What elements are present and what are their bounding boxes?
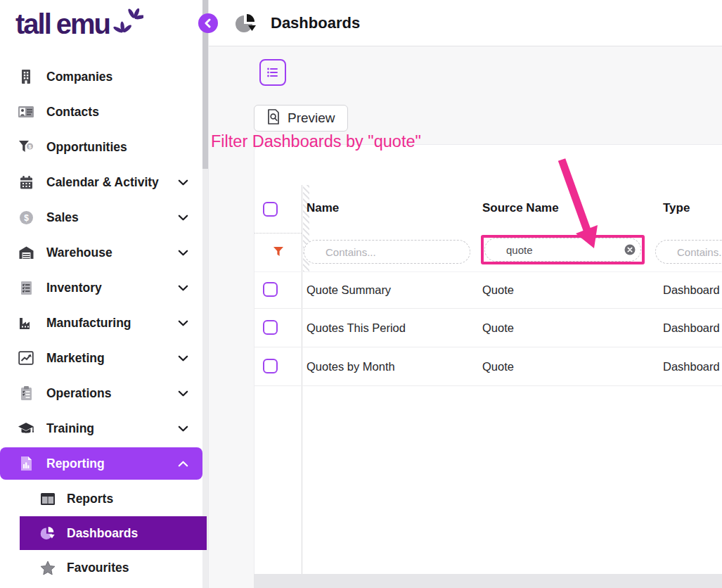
horizontal-scrollbar[interactable]: [254, 574, 722, 588]
cell-type: Dashboard: [663, 321, 720, 335]
emu-footprints-icon: [112, 8, 143, 44]
sidebar-item-marketing[interactable]: Marketing: [0, 340, 202, 376]
reports-table-icon: [39, 490, 57, 507]
chevron-down-icon[interactable]: [178, 421, 188, 436]
sidebar-item-contacts[interactable]: Contacts: [0, 94, 202, 129]
row-checkbox[interactable]: [263, 320, 278, 335]
clipboard-icon: [17, 385, 35, 402]
pie-chart-icon: [39, 525, 57, 542]
logo-text: tallemu: [15, 8, 110, 40]
sidebar-item-label: Reporting: [46, 456, 105, 471]
chevron-up-icon[interactable]: [178, 456, 188, 471]
main-area: Dashboards Preview NameSource NameType: [208, 0, 722, 588]
chevron-down-icon[interactable]: [178, 281, 188, 295]
sidebar-item-manufacturing[interactable]: Manufacturing: [0, 305, 202, 340]
clear-filter-icon[interactable]: [624, 244, 636, 255]
cell-source-name: Quote: [482, 360, 514, 373]
dashboards-pie-icon: [235, 12, 257, 37]
sidebar-item-sales[interactable]: $Sales: [0, 200, 202, 235]
cell-source-name: Quote: [482, 321, 514, 335]
cell-type: Dashboard: [663, 283, 720, 297]
filter-highlight-box: [481, 235, 645, 264]
contact-card-icon: [17, 103, 35, 120]
dashboards-table: NameSource NameType Quote SummaryQuoteDa…: [254, 144, 722, 574]
factory-icon: [17, 314, 35, 331]
funnel-dollar-icon: $: [17, 139, 35, 155]
sidebar-scrollbar[interactable]: [202, 0, 208, 588]
dollar-circle-icon: $: [17, 209, 35, 226]
warehouse-icon: [17, 244, 35, 261]
chevron-down-icon[interactable]: [178, 386, 188, 401]
sidebar-item-opportunities[interactable]: $Opportunities: [0, 129, 202, 165]
chart-line-icon: [17, 350, 35, 366]
page-title: Dashboards: [271, 0, 360, 46]
table-row[interactable]: Quotes This PeriodQuoteDashboard: [254, 309, 722, 347]
column-header-type[interactable]: Type: [663, 201, 690, 215]
sidebar-item-label: Contacts: [46, 105, 99, 120]
row-checkbox[interactable]: [263, 359, 278, 373]
filter-input-1[interactable]: [484, 238, 641, 262]
sidebar-item-label: Training: [46, 421, 94, 436]
preview-button[interactable]: Preview: [254, 105, 348, 132]
calendar-icon: [17, 174, 35, 191]
cell-source-name: Quote: [482, 283, 514, 297]
sidebar-item-reporting[interactable]: Reporting: [0, 447, 202, 480]
sidebar-item-label: Manufacturing: [46, 316, 131, 331]
column-header-source-name[interactable]: Source Name: [482, 201, 559, 215]
sidebar-item-label: Favourites: [67, 561, 129, 575]
sidebar: tallemu CompaniesContacts$Oppor: [0, 0, 202, 588]
sidebar-item-label: Warehouse: [46, 245, 112, 260]
sidebar-item-label: Inventory: [46, 281, 102, 295]
building-icon: [17, 68, 35, 85]
sidebar-item-inventory[interactable]: Inventory: [0, 270, 202, 305]
table-row[interactable]: Quotes by MonthQuoteDashboard: [254, 347, 722, 386]
chevron-down-icon[interactable]: [178, 175, 188, 190]
sidebar-item-label: Companies: [46, 70, 112, 84]
chevron-down-icon[interactable]: [178, 210, 188, 225]
column-header-name[interactable]: Name: [307, 201, 339, 215]
sidebar-item-label: Operations: [46, 386, 111, 401]
sidebar-item-favourites[interactable]: Favourites: [0, 550, 202, 585]
sidebar-item-label: Opportunities: [46, 140, 127, 155]
sidebar-item-warehouse[interactable]: Warehouse: [0, 235, 202, 270]
filter-input-2[interactable]: [655, 240, 722, 264]
sidebar-item-operations[interactable]: Operations: [0, 376, 202, 411]
cell-name: Quote Summary: [307, 283, 391, 297]
sidebar-item-dashboards[interactable]: Dashboards: [20, 516, 207, 550]
annotation-text: Filter Dashboards by "quote": [211, 132, 421, 151]
svg-text:$: $: [24, 213, 29, 223]
sidebar-item-label: Calendar & Activity: [46, 175, 159, 190]
filter-input-0[interactable]: [304, 240, 470, 264]
sidebar-item-label: Reports: [67, 492, 113, 506]
row-checkbox[interactable]: [263, 282, 278, 297]
chevron-down-icon[interactable]: [178, 351, 188, 366]
preview-doc-magnifier-icon: [266, 108, 281, 129]
sidebar-item-label: Dashboards: [67, 526, 138, 541]
collapse-sidebar-button[interactable]: [198, 13, 218, 33]
sidebar-item-label: Marketing: [46, 351, 105, 366]
cell-name: Quotes by Month: [307, 360, 395, 373]
report-doc-icon: [17, 455, 35, 472]
cell-name: Quotes This Period: [307, 321, 406, 335]
app-logo[interactable]: tallemu: [15, 6, 143, 42]
preview-label: Preview: [288, 110, 335, 126]
graduation-cap-icon: [17, 420, 35, 437]
star-icon: [39, 559, 57, 576]
sidebar-item-training[interactable]: Training: [0, 411, 202, 446]
page-header: Dashboards: [209, 0, 722, 46]
sidebar-item-companies[interactable]: Companies: [0, 59, 202, 94]
sidebar-item-reports[interactable]: Reports: [0, 481, 202, 516]
cell-type: Dashboard: [663, 360, 720, 373]
chevron-down-icon[interactable]: [178, 245, 188, 260]
list-view-button[interactable]: [259, 59, 286, 86]
filter-funnel-icon: [273, 246, 284, 260]
chevron-down-icon[interactable]: [178, 316, 188, 331]
sidebar-item-calendar-activity[interactable]: Calendar & Activity: [0, 165, 202, 200]
inventory-list-icon: [17, 279, 35, 296]
select-all-checkbox[interactable]: [263, 202, 278, 217]
sidebar-item-label: Sales: [46, 210, 79, 225]
table-row[interactable]: Quote SummaryQuoteDashboard: [254, 271, 722, 309]
